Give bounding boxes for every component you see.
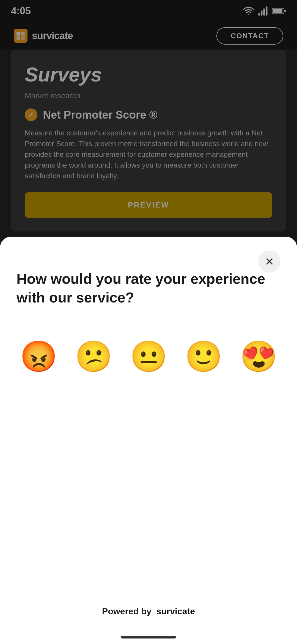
emoji-option-2[interactable]: 😐 — [127, 334, 170, 378]
modal-close-button[interactable] — [258, 250, 280, 272]
powered-by-footer: Powered by survicate — [0, 606, 297, 616]
emoji-option-1[interactable]: 😕 — [72, 334, 116, 378]
home-indicator — [121, 636, 176, 638]
emoji-face-2: 😐 — [127, 334, 170, 378]
modal-sheet: How would you rate your experience with … — [0, 237, 297, 644]
emoji-option-3[interactable]: 🙂 — [182, 334, 226, 378]
emoji-option-4[interactable]: 😍 — [237, 334, 280, 378]
powered-by-brand: survicate — [156, 606, 195, 616]
modal-question: How would you rate your experience with … — [16, 270, 280, 307]
emoji-face-4: 😍 — [237, 334, 280, 378]
powered-by-label: Powered by — [102, 606, 152, 616]
emoji-face-3: 🙂 — [182, 334, 226, 378]
close-icon — [265, 256, 274, 266]
emoji-face-0: 😡 — [16, 334, 61, 378]
emoji-rating-row: 😡😕😐🙂😍 — [16, 334, 280, 378]
emoji-option-0[interactable]: 😡 — [16, 334, 61, 378]
emoji-face-1: 😕 — [72, 334, 116, 378]
